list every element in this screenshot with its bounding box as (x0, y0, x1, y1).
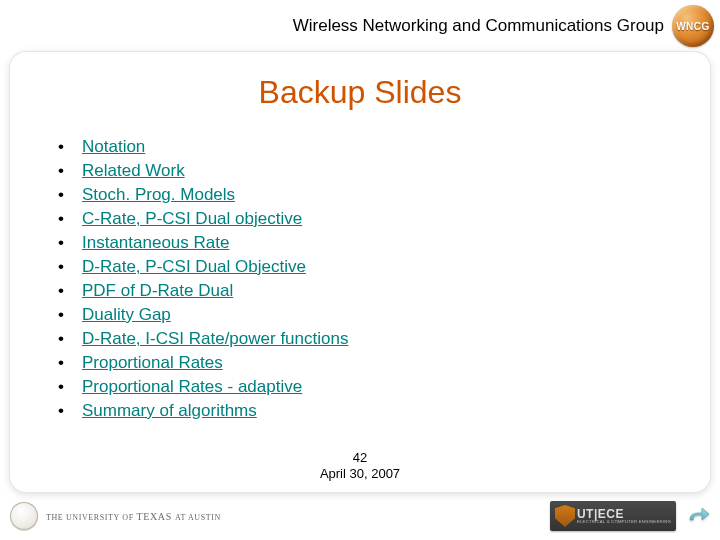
ut-seal-icon (10, 502, 38, 530)
bullet-icon: • (58, 233, 82, 253)
page-info: 42 April 30, 2007 (10, 450, 710, 483)
bullet-icon: • (58, 281, 82, 301)
group-title: Wireless Networking and Communications G… (293, 16, 664, 36)
list-item: •PDF of D-Rate Dual (58, 281, 680, 301)
link-instantaneous-rate[interactable]: Instantaneous Rate (82, 233, 229, 253)
bullet-icon: • (58, 185, 82, 205)
return-icon[interactable] (686, 505, 710, 527)
list-item: •Instantaneous Rate (58, 233, 680, 253)
bullet-icon: • (58, 329, 82, 349)
slide: Wireless Networking and Communications G… (0, 0, 720, 540)
list-item: •Duality Gap (58, 305, 680, 325)
list-item: •Proportional Rates - adaptive (58, 377, 680, 397)
link-pdf-drate-dual[interactable]: PDF of D-Rate Dual (82, 281, 233, 301)
bullet-icon: • (58, 305, 82, 325)
bullet-icon: • (58, 161, 82, 181)
link-crate-pcsi-dual[interactable]: C-Rate, P-CSI Dual objective (82, 209, 302, 229)
list-item: •C-Rate, P-CSI Dual objective (58, 209, 680, 229)
footer: THE UNIVERSITY OF TEXAS AT AUSTIN UT|ECE… (0, 492, 720, 540)
backup-links-list: •Notation •Related Work •Stoch. Prog. Mo… (40, 137, 680, 425)
bullet-icon: • (58, 401, 82, 421)
page-date: April 30, 2007 (10, 466, 710, 482)
ut-text: THE UNIVERSITY OF TEXAS AT AUSTIN (46, 511, 221, 522)
link-summary-algorithms[interactable]: Summary of algorithms (82, 401, 257, 421)
ut-line1: THE UNIVERSITY OF (46, 513, 134, 522)
bullet-icon: • (58, 209, 82, 229)
list-item: •Stoch. Prog. Models (58, 185, 680, 205)
ut-ece-logo: UT|ECE ELECTRICAL & COMPUTER ENGINEERING (550, 501, 676, 531)
bullet-icon: • (58, 137, 82, 157)
link-related-work[interactable]: Related Work (82, 161, 185, 181)
list-item: •Summary of algorithms (58, 401, 680, 421)
ut-austin-logo: THE UNIVERSITY OF TEXAS AT AUSTIN (10, 502, 221, 530)
header: Wireless Networking and Communications G… (0, 0, 720, 52)
ut-line3: AT AUSTIN (175, 513, 221, 522)
bullet-icon: • (58, 353, 82, 373)
link-drate-icsi[interactable]: D-Rate, I-CSI Rate/power functions (82, 329, 348, 349)
right-logo-group: UT|ECE ELECTRICAL & COMPUTER ENGINEERING (550, 501, 710, 531)
page-number: 42 (10, 450, 710, 466)
content-card: Backup Slides •Notation •Related Work •S… (10, 52, 710, 492)
slide-title: Backup Slides (40, 74, 680, 111)
link-proportional-rates[interactable]: Proportional Rates (82, 353, 223, 373)
list-item: •Related Work (58, 161, 680, 181)
link-duality-gap[interactable]: Duality Gap (82, 305, 171, 325)
link-drate-pcsi-dual[interactable]: D-Rate, P-CSI Dual Objective (82, 257, 306, 277)
utece-sub: ELECTRICAL & COMPUTER ENGINEERING (577, 520, 671, 524)
bullet-icon: • (58, 377, 82, 397)
link-stoch-prog-models[interactable]: Stoch. Prog. Models (82, 185, 235, 205)
list-item: •D-Rate, P-CSI Dual Objective (58, 257, 680, 277)
ut-line2: TEXAS (137, 511, 172, 522)
wncg-logo-icon: WNCG (672, 5, 714, 47)
list-item: •Notation (58, 137, 680, 157)
ut-ece-shield-icon (555, 505, 575, 527)
list-item: •Proportional Rates (58, 353, 680, 373)
bullet-icon: • (58, 257, 82, 277)
list-item: •D-Rate, I-CSI Rate/power functions (58, 329, 680, 349)
link-notation[interactable]: Notation (82, 137, 145, 157)
link-proportional-rates-adaptive[interactable]: Proportional Rates - adaptive (82, 377, 302, 397)
ut-ece-text: UT|ECE ELECTRICAL & COMPUTER ENGINEERING (577, 508, 671, 524)
